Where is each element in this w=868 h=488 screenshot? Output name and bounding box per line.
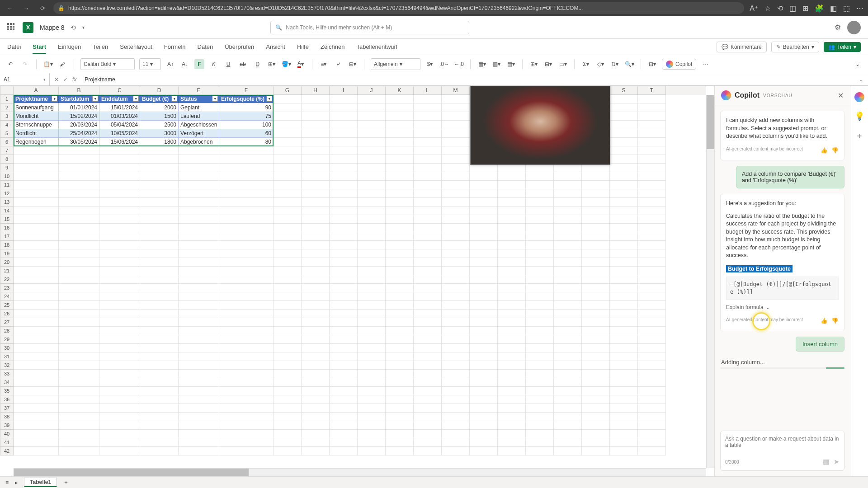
align-icon[interactable]: ≡▾	[319, 59, 329, 69]
tab-tabellenentwurf[interactable]: Tabellenentwurf	[356, 43, 397, 50]
cell[interactable]	[358, 387, 386, 395]
downloads-icon[interactable]: ⬚	[843, 4, 850, 13]
cell[interactable]	[638, 301, 666, 310]
cell[interactable]	[386, 172, 414, 181]
cell[interactable]	[219, 181, 274, 189]
cell[interactable]	[554, 301, 582, 310]
cell[interactable]	[638, 189, 666, 198]
cell[interactable]	[386, 112, 414, 121]
cell[interactable]	[442, 198, 470, 206]
cell[interactable]	[14, 335, 59, 344]
filter-dropdown-icon[interactable]: ▾	[92, 96, 98, 102]
cell[interactable]	[274, 378, 302, 387]
column-header[interactable]: H	[302, 86, 330, 95]
cell[interactable]	[554, 215, 582, 224]
cell[interactable]	[219, 344, 274, 352]
cell[interactable]	[638, 103, 666, 112]
cell[interactable]	[610, 413, 638, 421]
underline-button[interactable]: U	[223, 59, 233, 69]
cell[interactable]	[442, 318, 470, 327]
cell[interactable]	[179, 310, 219, 318]
cell[interactable]	[582, 352, 610, 361]
cell[interactable]	[274, 352, 302, 361]
cell[interactable]	[140, 172, 179, 181]
cell[interactable]	[638, 404, 666, 413]
cell[interactable]	[526, 206, 554, 215]
cell[interactable]	[498, 344, 526, 352]
filter-dropdown-icon[interactable]: ▾	[171, 96, 177, 102]
add-sheet-icon[interactable]: ＋	[63, 479, 69, 486]
column-header[interactable]: K	[386, 86, 414, 95]
cell[interactable]	[358, 121, 386, 129]
row-header[interactable]: 26	[0, 310, 14, 318]
cell[interactable]	[302, 310, 330, 318]
cell[interactable]: 01/03/2024	[99, 112, 140, 121]
cell[interactable]	[302, 275, 330, 284]
cell[interactable]	[99, 361, 140, 370]
cell[interactable]	[386, 164, 414, 172]
cell[interactable]	[14, 292, 59, 301]
cell[interactable]	[414, 284, 442, 292]
cell[interactable]	[610, 258, 638, 267]
cell[interactable]	[386, 181, 414, 189]
cell[interactable]	[59, 438, 99, 447]
cell[interactable]	[274, 95, 302, 103]
cell[interactable]	[330, 275, 358, 284]
avatar[interactable]	[847, 21, 861, 34]
row-header[interactable]: 2	[0, 103, 14, 112]
row-header[interactable]: 11	[0, 181, 14, 189]
cell[interactable]	[470, 370, 498, 378]
cell[interactable]	[99, 430, 140, 438]
cell[interactable]	[274, 103, 302, 112]
cell[interactable]	[302, 344, 330, 352]
cell[interactable]	[470, 327, 498, 335]
cell[interactable]	[554, 198, 582, 206]
cell[interactable]	[140, 387, 179, 395]
cell[interactable]	[554, 249, 582, 258]
cell[interactable]	[498, 267, 526, 275]
cell[interactable]	[99, 395, 140, 404]
cell[interactable]	[140, 292, 179, 301]
cell[interactable]	[414, 335, 442, 344]
cell[interactable]	[582, 361, 610, 370]
filter-dropdown-icon[interactable]: ▾	[133, 96, 139, 102]
cell[interactable]	[554, 370, 582, 378]
cell[interactable]: 30/05/2024	[59, 138, 99, 146]
cell[interactable]	[99, 232, 140, 241]
tab-einfuegen[interactable]: Einfügen	[58, 43, 81, 50]
cell[interactable]: Startdatum▾	[59, 95, 99, 103]
cell[interactable]	[140, 146, 179, 155]
cell[interactable]: Budget (€)▾	[140, 95, 179, 103]
row-header[interactable]: 20	[0, 258, 14, 267]
cell[interactable]	[414, 103, 442, 112]
cell[interactable]	[330, 241, 358, 249]
cell[interactable]	[99, 335, 140, 344]
cell[interactable]	[610, 232, 638, 241]
cell[interactable]	[99, 404, 140, 413]
table-style-icon[interactable]: ▥▾	[491, 59, 501, 69]
cell[interactable]	[638, 275, 666, 284]
column-header[interactable]: T	[638, 86, 666, 95]
title-dropdown-icon[interactable]: ▾	[82, 25, 85, 30]
fx-icon[interactable]: fx	[72, 76, 76, 83]
cell[interactable]	[14, 164, 59, 172]
column-header[interactable]: A	[14, 86, 59, 95]
cell[interactable]	[442, 232, 470, 241]
cell[interactable]	[330, 249, 358, 258]
cell[interactable]	[470, 430, 498, 438]
cell[interactable]	[59, 404, 99, 413]
cell[interactable]	[274, 249, 302, 258]
cell[interactable]	[99, 181, 140, 189]
column-header[interactable]: M	[442, 86, 470, 95]
cell[interactable]	[386, 224, 414, 232]
cell[interactable]	[386, 327, 414, 335]
cell[interactable]	[526, 232, 554, 241]
cell[interactable]	[386, 232, 414, 241]
cell[interactable]	[59, 335, 99, 344]
cell[interactable]	[330, 387, 358, 395]
cell[interactable]	[358, 224, 386, 232]
cell[interactable]	[59, 387, 99, 395]
cell[interactable]	[330, 95, 358, 103]
cell[interactable]	[179, 146, 219, 155]
cell[interactable]	[330, 103, 358, 112]
